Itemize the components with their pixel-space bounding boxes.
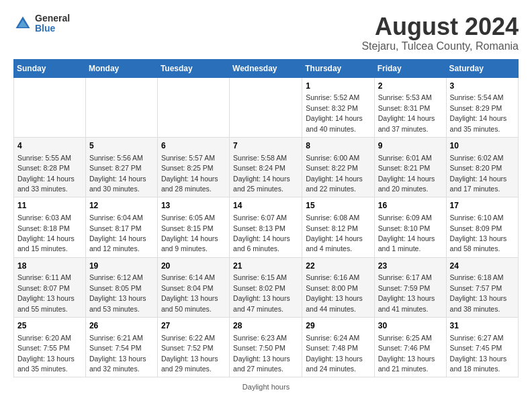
day-sunrise: Sunrise: 6:23 AM [233, 334, 287, 342]
col-tuesday: Tuesday [157, 59, 229, 77]
location: Stejaru, Tulcea County, Romania [361, 40, 519, 52]
day-sunset: Sunset: 8:27 PM [89, 164, 142, 172]
day-number: 13 [161, 200, 226, 212]
calendar-header-row: Sunday Monday Tuesday Wednesday Thursday… [14, 59, 519, 77]
daylight-note: Daylight hours [242, 383, 290, 391]
day-sunrise: Sunrise: 6:25 AM [378, 334, 432, 342]
day-number: 6 [161, 140, 226, 152]
table-row: 17 Sunrise: 6:10 AM Sunset: 8:09 PM Dayl… [446, 197, 518, 257]
day-sunrise: Sunrise: 6:04 AM [89, 214, 143, 222]
day-daylight: Daylight: 14 hours and 1 minute. [378, 234, 435, 253]
day-daylight: Daylight: 13 hours and 18 minutes. [450, 355, 507, 373]
day-daylight: Daylight: 14 hours and 30 minutes. [89, 175, 146, 193]
day-sunrise: Sunrise: 5:58 AM [233, 154, 287, 162]
col-sunday: Sunday [14, 59, 86, 77]
day-sunset: Sunset: 8:05 PM [89, 284, 142, 292]
day-number: 24 [450, 261, 515, 272]
day-sunrise: Sunrise: 5:54 AM [450, 93, 504, 101]
day-sunrise: Sunrise: 5:53 AM [378, 93, 432, 101]
table-row: 18 Sunrise: 6:11 AM Sunset: 8:07 PM Dayl… [14, 257, 86, 317]
day-number: 15 [306, 200, 370, 212]
day-sunset: Sunset: 7:54 PM [89, 344, 142, 352]
day-sunset: Sunset: 8:18 PM [17, 224, 70, 232]
calendar-week-row: 18 Sunrise: 6:11 AM Sunset: 8:07 PM Dayl… [14, 257, 519, 317]
day-daylight: Daylight: 13 hours and 55 minutes. [17, 294, 75, 312]
day-daylight: Daylight: 13 hours and 41 minutes. [378, 294, 435, 312]
day-number: 20 [161, 261, 226, 272]
day-daylight: Daylight: 14 hours and 28 minutes. [161, 175, 218, 193]
table-row [230, 77, 302, 137]
day-number: 27 [161, 320, 226, 332]
day-sunrise: Sunrise: 6:16 AM [306, 273, 359, 281]
day-daylight: Daylight: 13 hours and 38 minutes. [450, 294, 507, 312]
table-row: 11 Sunrise: 6:03 AM Sunset: 8:18 PM Dayl… [14, 197, 86, 257]
day-number: 8 [306, 140, 370, 152]
day-sunrise: Sunrise: 6:01 AM [378, 154, 432, 162]
day-daylight: Daylight: 13 hours and 29 minutes. [161, 355, 218, 373]
day-sunset: Sunset: 8:31 PM [378, 104, 431, 112]
day-sunset: Sunset: 8:25 PM [161, 164, 214, 172]
day-sunset: Sunset: 8:04 PM [161, 284, 214, 292]
day-daylight: Daylight: 14 hours and 6 minutes. [233, 234, 290, 253]
day-number: 23 [378, 261, 443, 272]
month-year: August 2024 [361, 13, 519, 40]
day-number: 1 [306, 81, 370, 92]
day-sunset: Sunset: 7:45 PM [450, 344, 502, 352]
day-daylight: Daylight: 13 hours and 53 minutes. [89, 294, 146, 312]
day-sunrise: Sunrise: 6:03 AM [17, 214, 71, 222]
logo-blue: Blue [35, 24, 70, 34]
day-daylight: Daylight: 14 hours and 33 minutes. [17, 175, 75, 193]
day-sunset: Sunset: 8:07 PM [17, 284, 70, 292]
day-number: 21 [233, 261, 298, 272]
day-number: 18 [17, 261, 82, 272]
table-row: 7 Sunrise: 5:58 AM Sunset: 8:24 PM Dayli… [230, 137, 302, 197]
day-sunset: Sunset: 8:21 PM [378, 164, 431, 172]
table-row: 21 Sunrise: 6:15 AM Sunset: 8:02 PM Dayl… [230, 257, 302, 317]
day-daylight: Daylight: 13 hours and 58 minutes. [450, 234, 507, 253]
table-row: 3 Sunrise: 5:54 AM Sunset: 8:29 PM Dayli… [446, 77, 518, 137]
table-row: 23 Sunrise: 6:17 AM Sunset: 7:59 PM Dayl… [374, 257, 446, 317]
day-daylight: Daylight: 14 hours and 37 minutes. [378, 114, 435, 132]
day-sunrise: Sunrise: 6:00 AM [306, 154, 359, 162]
day-sunset: Sunset: 8:32 PM [306, 104, 358, 112]
day-sunrise: Sunrise: 5:57 AM [161, 154, 215, 162]
day-sunrise: Sunrise: 6:02 AM [450, 154, 504, 162]
day-number: 29 [306, 320, 370, 332]
table-row: 2 Sunrise: 5:53 AM Sunset: 8:31 PM Dayli… [374, 77, 446, 137]
day-sunrise: Sunrise: 6:14 AM [161, 273, 215, 281]
table-row: 10 Sunrise: 6:02 AM Sunset: 8:20 PM Dayl… [446, 137, 518, 197]
day-sunrise: Sunrise: 6:21 AM [89, 334, 143, 342]
day-sunrise: Sunrise: 6:09 AM [378, 214, 432, 222]
day-sunset: Sunset: 7:46 PM [378, 344, 431, 352]
table-row: 5 Sunrise: 5:56 AM Sunset: 8:27 PM Dayli… [85, 137, 157, 197]
day-sunset: Sunset: 7:59 PM [378, 284, 431, 292]
day-daylight: Daylight: 14 hours and 20 minutes. [378, 175, 435, 193]
table-row: 24 Sunrise: 6:18 AM Sunset: 7:57 PM Dayl… [446, 257, 518, 317]
day-daylight: Daylight: 14 hours and 15 minutes. [17, 234, 75, 253]
day-sunset: Sunset: 8:13 PM [233, 224, 285, 232]
day-sunrise: Sunrise: 6:18 AM [450, 273, 504, 281]
day-sunset: Sunset: 8:02 PM [233, 284, 285, 292]
day-sunset: Sunset: 8:15 PM [161, 224, 214, 232]
day-number: 12 [89, 200, 154, 212]
table-row: 6 Sunrise: 5:57 AM Sunset: 8:25 PM Dayli… [157, 137, 229, 197]
day-sunrise: Sunrise: 6:07 AM [233, 214, 287, 222]
day-daylight: Daylight: 14 hours and 9 minutes. [161, 234, 218, 253]
day-sunset: Sunset: 8:09 PM [450, 224, 502, 232]
table-row: 28 Sunrise: 6:23 AM Sunset: 7:50 PM Dayl… [230, 318, 302, 377]
day-number: 30 [378, 320, 443, 332]
col-monday: Monday [85, 59, 157, 77]
day-number: 4 [17, 140, 82, 152]
table-row: 25 Sunrise: 6:20 AM Sunset: 7:55 PM Dayl… [14, 318, 86, 377]
day-daylight: Daylight: 13 hours and 35 minutes. [17, 355, 75, 373]
day-daylight: Daylight: 13 hours and 21 minutes. [378, 355, 435, 373]
day-number: 17 [450, 200, 515, 212]
day-number: 16 [378, 200, 443, 212]
table-row: 22 Sunrise: 6:16 AM Sunset: 8:00 PM Dayl… [302, 257, 374, 317]
col-thursday: Thursday [302, 59, 374, 77]
title-block: August 2024 Stejaru, Tulcea County, Roma… [361, 13, 519, 52]
table-row: 19 Sunrise: 6:12 AM Sunset: 8:05 PM Dayl… [85, 257, 157, 317]
table-row [85, 77, 157, 137]
day-sunset: Sunset: 8:29 PM [450, 104, 502, 112]
calendar-table: Sunday Monday Tuesday Wednesday Thursday… [13, 59, 519, 378]
